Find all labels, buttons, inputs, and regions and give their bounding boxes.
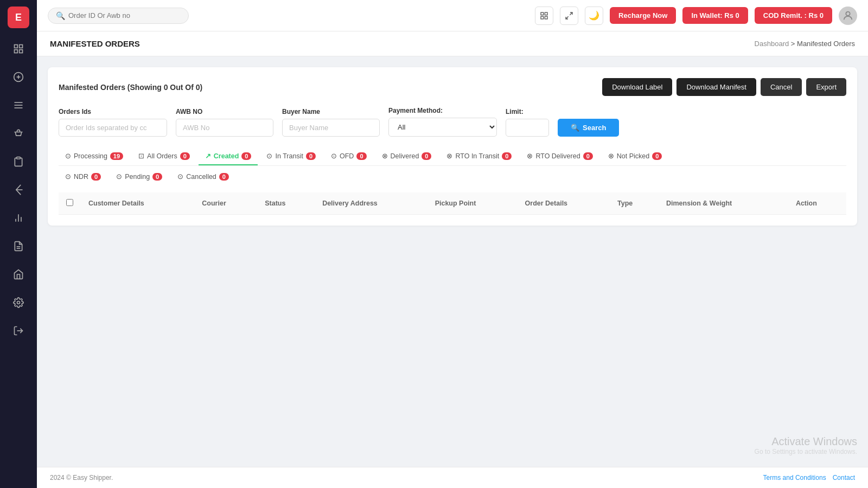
page-content: Manifested Orders (Showing 0 Out Of 0) D…: [37, 56, 868, 467]
tab-processing[interactable]: ⊙ Processing 19: [59, 147, 130, 165]
svg-line-23: [570, 12, 572, 15]
tab-delivered-label: Delivered: [391, 152, 419, 160]
limit-input[interactable]: 25: [506, 119, 549, 137]
sidebar-item-settings[interactable]: [7, 291, 30, 314]
col-courier: Courier: [194, 192, 257, 215]
avatar[interactable]: [839, 7, 857, 25]
payment-method-select[interactable]: All COD Prepaid: [388, 118, 497, 137]
tab-not-picked-badge: 0: [652, 152, 662, 160]
tab-created[interactable]: ↗ Created 0: [199, 147, 258, 165]
tab-processing-label: Processing: [74, 152, 107, 160]
svg-rect-3: [20, 50, 23, 53]
col-action: Action: [788, 192, 846, 215]
svg-line-24: [566, 16, 569, 19]
breadcrumb-parent[interactable]: Dashboard: [755, 40, 789, 48]
tab-rto-delivered[interactable]: ⊗ RTO Delivered 0: [520, 147, 599, 165]
sidebar-item-store[interactable]: [7, 262, 30, 286]
tab-ndr[interactable]: ⊙ NDR 0: [59, 168, 107, 186]
tab-rto-delivered-label: RTO Delivered: [535, 152, 580, 160]
table-wrapper: Customer Details Courier Status Delivery…: [59, 192, 846, 215]
footer-copyright: 2024 © Easy Shipper.: [50, 474, 113, 481]
col-type: Type: [610, 192, 659, 215]
tab-cancelled[interactable]: ⊙ Cancelled 0: [171, 168, 235, 186]
svg-rect-1: [20, 45, 23, 48]
topnav: 🔍 🌙 Recharge Now In Wallet: Rs 0 COD Rem…: [37, 0, 868, 31]
tab-pending-label: Pending: [125, 173, 150, 181]
select-all-checkbox[interactable]: [66, 199, 73, 206]
svg-rect-2: [15, 50, 18, 53]
limit-label: Limit:: [506, 108, 549, 115]
sidebar-item-scale[interactable]: [7, 121, 30, 145]
sidebar-logo: E: [8, 7, 29, 28]
tab-created-badge: 0: [241, 152, 251, 160]
buyer-name-input[interactable]: [282, 119, 380, 137]
tab-pending-badge: 0: [152, 173, 162, 181]
tab-in-transit-label: In Transit: [275, 152, 303, 160]
tab-cancelled-badge: 0: [219, 173, 229, 181]
topnav-icons: 🌙: [535, 7, 603, 25]
tab-in-transit-badge: 0: [306, 152, 316, 160]
sidebar-item-invoice[interactable]: [7, 234, 30, 258]
card-title: Manifested Orders (Showing 0 Out Of 0): [59, 83, 202, 92]
pending-icon: ⊙: [116, 172, 122, 181]
breadcrumb: Dashboard > Manifested Orders: [755, 40, 855, 48]
tab-ofd-badge: 0: [356, 152, 366, 160]
cancelled-icon: ⊙: [177, 172, 183, 181]
search-button[interactable]: 🔍 Search: [558, 119, 619, 137]
search-bar[interactable]: 🔍: [48, 8, 189, 24]
col-pickup: Pickup Point: [427, 192, 518, 215]
cod-button[interactable]: COD Remit. : Rs 0: [755, 7, 832, 24]
search-icon: 🔍: [571, 124, 579, 132]
orders-ids-input[interactable]: [59, 119, 167, 137]
grid-icon[interactable]: [535, 7, 553, 25]
sidebar-item-dashboard[interactable]: [7, 37, 30, 61]
fullscreen-icon[interactable]: [560, 7, 578, 25]
tab-delivered-badge: 0: [422, 152, 431, 160]
tab-processing-badge: 19: [110, 152, 123, 160]
tab-ndr-badge: 0: [91, 173, 101, 181]
terms-link[interactable]: Terms and Conditions: [763, 474, 826, 481]
sidebar-item-clipboard[interactable]: [7, 150, 30, 174]
tab-delivered[interactable]: ⊗ Delivered 0: [375, 147, 438, 165]
contact-link[interactable]: Contact: [833, 474, 855, 481]
tab-in-transit[interactable]: ⊙ In Transit 0: [260, 147, 322, 165]
breadcrumb-current: Manifested Orders: [797, 40, 855, 48]
svg-point-25: [846, 11, 850, 15]
col-order-details: Order Details: [518, 192, 610, 215]
search-input[interactable]: [68, 11, 181, 20]
tab-ofd[interactable]: ⊙ OFD 0: [324, 147, 373, 165]
sidebar-item-filter[interactable]: [7, 178, 30, 202]
breadcrumb-separator: >: [791, 40, 797, 48]
download-label-button[interactable]: Download Label: [602, 78, 672, 96]
tabs-row: ⊙ Processing 19 ⊡ All Orders 0 ↗ Created…: [59, 147, 846, 166]
tab-all-orders-label: All Orders: [147, 152, 177, 160]
delivered-icon: ⊗: [382, 152, 388, 160]
svg-rect-22: [545, 16, 547, 19]
tab-not-picked[interactable]: ⊗ Not Picked 0: [602, 147, 669, 165]
sidebar-item-chart[interactable]: [7, 206, 30, 230]
tab-pending[interactable]: ⊙ Pending 0: [110, 168, 169, 186]
buyer-name-group: Buyer Name: [282, 108, 380, 137]
sidebar-item-logout[interactable]: [7, 319, 30, 343]
tab-rto-in-transit[interactable]: ⊗ RTO In Transit 0: [440, 147, 518, 165]
in-transit-icon: ⊙: [266, 152, 272, 160]
theme-icon[interactable]: 🌙: [585, 7, 603, 25]
svg-rect-10: [17, 157, 21, 159]
card-actions: Download Label Download Manifest Cancel …: [602, 78, 846, 96]
sidebar-item-list[interactable]: [7, 93, 30, 117]
recharge-button[interactable]: Recharge Now: [610, 7, 676, 24]
page-header: MANIFESTED ORDERS Dashboard > Manifested…: [37, 31, 868, 56]
awb-no-input[interactable]: [176, 119, 273, 137]
download-manifest-button[interactable]: Download Manifest: [676, 78, 756, 96]
export-button[interactable]: Export: [806, 78, 846, 96]
col-delivery: Delivery Address: [315, 192, 427, 215]
awb-no-label: AWB NO: [176, 108, 273, 115]
tab-created-label: Created: [214, 152, 239, 160]
sidebar-item-add[interactable]: [7, 65, 30, 89]
page-title: MANIFESTED ORDERS: [50, 39, 140, 48]
card-header: Manifested Orders (Showing 0 Out Of 0) D…: [59, 78, 846, 96]
tab-all-orders[interactable]: ⊡ All Orders 0: [132, 147, 196, 165]
cancel-button[interactable]: Cancel: [761, 78, 802, 96]
wallet-button[interactable]: In Wallet: Rs 0: [682, 7, 748, 24]
search-button-label: Search: [583, 124, 606, 132]
